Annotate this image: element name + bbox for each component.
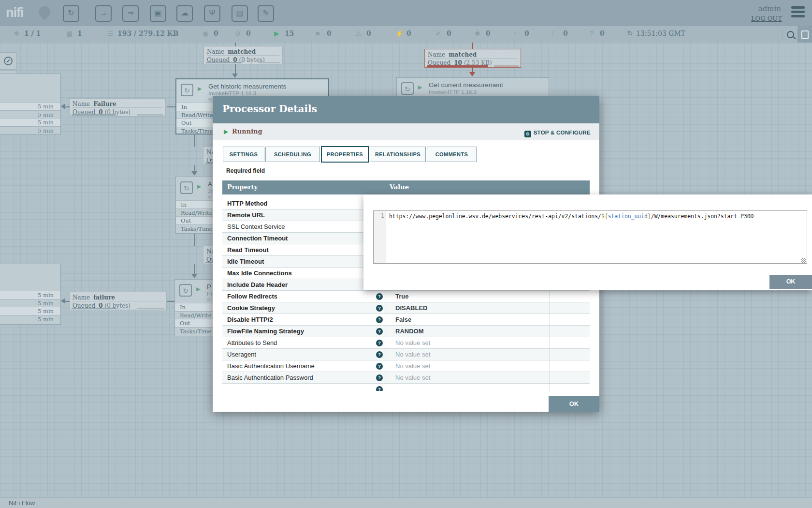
help-icon[interactable]: ? [376, 363, 383, 370]
queue-failure-bottom[interactable]: NamefailureQueued0(0 bytes) [69, 292, 167, 310]
connection-arrow-icon [191, 274, 197, 278]
editor-ok-button[interactable]: OK [769, 275, 812, 289]
last-refresh-time: 13:51:03 GMT [636, 30, 685, 37]
stat-label: Out [181, 217, 191, 224]
property-value: RANDOM [395, 328, 424, 335]
help-icon[interactable]: ? [376, 351, 383, 358]
property-row[interactable]: Useragent?No value set [222, 349, 590, 360]
queue-size-bar [137, 308, 164, 309]
connected-nodes-count-icon: ❖ [14, 30, 20, 37]
stat-label: Tasks/Time [180, 328, 211, 335]
help-icon[interactable]: ? [376, 293, 383, 300]
property-row[interactable]: Cookie Strategy?DISABLED [222, 302, 590, 314]
help-icon[interactable]: ? [376, 386, 383, 391]
value-column-header: Value [390, 183, 409, 191]
breadcrumb[interactable]: NiFi Flow [9, 499, 35, 507]
queue-matched-full[interactable]: NamematchedQueued10(2.53 KB) [424, 49, 521, 68]
value-editor-textarea[interactable]: 1 https://www.pegelonline.wsv.de/webserv… [373, 210, 807, 264]
process-group-icon[interactable]: ▣ [150, 5, 166, 22]
stopped-count-icon: ■ [316, 30, 319, 37]
stat-label: Out [180, 320, 190, 327]
processor-icon[interactable]: ↻ [63, 5, 79, 22]
resize-handle-icon[interactable] [801, 258, 806, 263]
label-icon[interactable]: ✎ [258, 5, 274, 22]
processor-bundle: or [208, 194, 212, 199]
disabled-count-icon: ⚡ [395, 30, 404, 37]
stop-and-configure-button[interactable]: ⚙STOP & CONFIGURE [524, 128, 591, 137]
processor-type: InvokeHTTP 1.16.3 [429, 89, 477, 95]
stat-value: 5 min [38, 119, 54, 126]
help-icon[interactable]: ? [376, 340, 383, 346]
logout-link[interactable]: LOG OUT [751, 15, 782, 22]
funnel-icon[interactable]: Ψ [204, 5, 220, 22]
help-icon[interactable]: ? [376, 305, 383, 312]
refresh-icon[interactable]: ↻ [627, 29, 633, 38]
template-icon[interactable]: ▤ [232, 5, 248, 22]
output-port-icon[interactable]: ⇒ [122, 5, 139, 22]
input-port-icon[interactable]: → [95, 5, 112, 22]
queue-failure-top[interactable]: NameFailureQueued0(0 bytes) [69, 98, 166, 117]
property-name: Read Timeout [227, 246, 269, 254]
dialog-header: Processor Details [213, 96, 599, 123]
remote-process-group-icon[interactable]: ☁ [176, 5, 193, 22]
property-value: True [395, 293, 408, 300]
connected-nodes-count: 1 / 1 [24, 30, 41, 37]
property-value: No value set [395, 339, 430, 346]
invalid-count: 0 [366, 30, 371, 37]
code-segment: ${ [601, 213, 608, 220]
left-top-processor[interactable]: 5 min5 min5 min5 min [0, 74, 61, 134]
left-bottom-processor[interactable]: 5 min5 min5 min5 min [0, 264, 61, 325]
tab-properties[interactable]: PROPERTIES [321, 146, 369, 163]
tab-relationships[interactable]: RELATIONSHIPS [370, 147, 426, 162]
invalid-count-icon: ⚠ [355, 30, 362, 37]
navigate-palette[interactable] [0, 52, 17, 70]
stat-row: 5 min [0, 110, 60, 119]
transmitting-count: 0 [214, 30, 218, 37]
stat-row: 5 min [0, 126, 60, 134]
help-icon[interactable]: ? [376, 374, 383, 381]
tab-settings[interactable]: SETTINGS [223, 147, 264, 162]
search-icon[interactable] [787, 31, 794, 38]
stat-value: 5 min [38, 308, 54, 314]
remote-url-value[interactable]: https://www.pegelonline.wsv.de/webservic… [389, 212, 804, 220]
locally-modified-stale-count-icon: ! [552, 30, 554, 37]
processor-name: A [208, 180, 212, 188]
property-value: False [395, 316, 411, 323]
property-row[interactable]: ? [222, 384, 590, 391]
nifi-drop-icon [36, 4, 53, 20]
property-name: Attributes to Send [227, 339, 277, 346]
stat-label: In [181, 104, 187, 110]
locally-modified-count-icon: ✱ [475, 30, 480, 37]
property-row[interactable]: Disable HTTP/2?False [222, 314, 590, 326]
property-name: Cookie Strategy [227, 304, 275, 312]
dialog-title: Processor Details [222, 103, 317, 115]
settings-panel-toggle[interactable] [798, 26, 812, 43]
editor-gutter: 1 [374, 211, 386, 263]
nifi-logo: nifi [6, 5, 24, 20]
help-icon[interactable]: ? [376, 328, 383, 335]
tab-comments[interactable]: COMMENTS [427, 147, 477, 162]
queue-matched-top[interactable]: NamematchedQueued0(0 bytes) [203, 46, 283, 64]
stat-label: Tasks/Time [181, 225, 212, 232]
tab-scheduling[interactable]: SCHEDULING [265, 147, 320, 162]
stat-row: 5 min [0, 315, 60, 323]
dialog-ok-button[interactable]: OK [549, 396, 599, 412]
queue-size-bar [494, 65, 519, 67]
processor-name: Get historic measurements [208, 83, 286, 90]
properties-table-header: Property Value [222, 180, 590, 194]
processor-type-icon: ↻ [181, 84, 193, 96]
connection-arrow-icon [232, 74, 238, 78]
sync-failure-count-icon: ? [590, 30, 594, 37]
property-row[interactable]: Basic Authentication Password?No value s… [222, 372, 590, 384]
property-name: Idle Timeout [227, 258, 264, 265]
property-row[interactable]: Follow Redirects?True [222, 291, 590, 302]
property-name: Follow Redirects [227, 293, 277, 300]
stale-count-icon: ↑ [513, 30, 517, 37]
property-row[interactable]: FlowFile Naming Strategy?RANDOM [222, 326, 590, 337]
global-menu-icon[interactable] [791, 6, 805, 17]
help-icon[interactable]: ? [376, 316, 383, 323]
property-name: Basic Authentication Password [227, 374, 313, 381]
property-row[interactable]: Basic Authentication Username?No value s… [222, 360, 590, 372]
property-row[interactable]: Attributes to Send?No value set [222, 337, 590, 349]
stat-row: 5 min [0, 291, 60, 299]
